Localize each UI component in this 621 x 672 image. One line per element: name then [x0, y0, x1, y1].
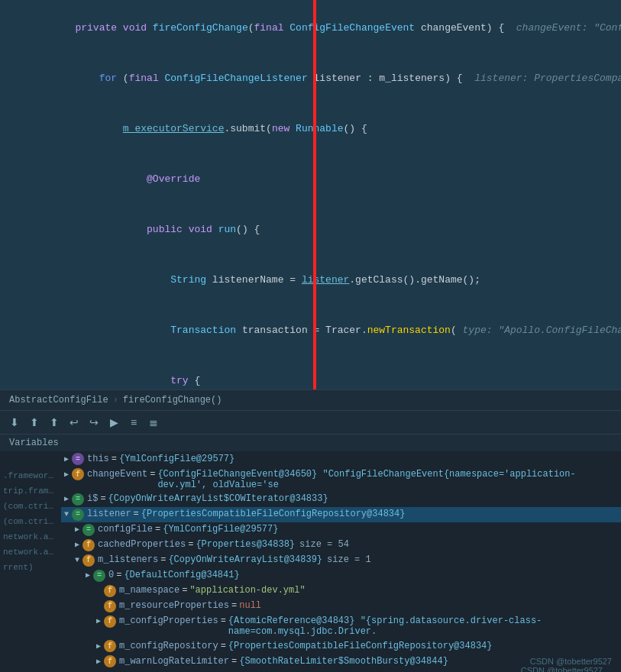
expand-icon[interactable]: ▶: [61, 470, 72, 479]
breadcrumb-class[interactable]: AbstractConfigFile: [9, 395, 108, 405]
variable-row-resourceprops[interactable]: f m_resourceProperties = null: [61, 599, 621, 614]
code-line: m_executorService.submit(new Runnable() …: [0, 104, 621, 154]
expand-icon[interactable]: ▼: [72, 556, 82, 564]
var-eq: =: [134, 509, 139, 519]
vars-left-item: trip.framew..: [0, 482, 61, 497]
vars-left-item: network.apoll..: [0, 528, 61, 543]
var-eq: =: [150, 469, 155, 480]
var-icon-obj: =: [72, 453, 84, 465]
debug-btn-up[interactable]: ⬆: [26, 414, 43, 431]
variable-row-configrepo[interactable]: ▶ f m_configRepository = {PropertiesComp…: [61, 638, 621, 654]
variable-row-0[interactable]: ▶ = 0 = {DefaultConfig@34841}: [61, 568, 621, 583]
line-content: private void fireConfigChange(final Conf…: [27, 3, 621, 53]
code-line: public void run() {: [0, 205, 621, 255]
var-icon-field: f: [82, 554, 95, 567]
expand-icon[interactable]: ▶: [61, 454, 72, 464]
expand-icon[interactable]: ▶: [72, 540, 82, 549]
var-icon-static: =: [72, 493, 84, 506]
expand-icon[interactable]: ▶: [82, 570, 93, 580]
breadcrumb-method[interactable]: fireConfigChange(): [123, 395, 222, 405]
var-name: 0: [108, 570, 114, 580]
line-content: public void run() {: [27, 205, 615, 255]
variables-content: .framework. trip.framew.. (com.ctrip.f..…: [0, 451, 621, 669]
var-eq: =: [221, 615, 226, 626]
var-value: {PropertiesCompatibleFileConfigRepositor…: [141, 509, 406, 519]
code-line: try {: [0, 356, 621, 389]
breadcrumb: AbstractConfigFile › fireConfigChange(): [0, 389, 621, 411]
var-name: m_namespace: [119, 585, 180, 596]
debug-section-title: Variables: [0, 435, 621, 451]
var-name: m_resourceProperties: [119, 600, 229, 611]
expand-icon[interactable]: ▶: [93, 616, 104, 625]
variable-row-configprops[interactable]: ▶ f m_configProperties = {AtomicReferenc…: [61, 614, 621, 639]
var-eq: =: [100, 493, 105, 504]
line-content: for (final ConfigFileChangeListener list…: [27, 53, 621, 104]
var-eq: =: [155, 524, 160, 535]
code-line: @Override: [0, 154, 621, 205]
debug-btn-resume[interactable]: ▶: [105, 414, 122, 431]
var-name: changeEvent: [87, 469, 147, 480]
var-name: listener: [87, 509, 131, 519]
var-icon-field: f: [104, 640, 116, 652]
var-eq: =: [188, 539, 193, 550]
var-icon-field: f: [82, 539, 95, 551]
var-value: {YmlConfigFile@29577}: [119, 454, 234, 464]
line-content: Transaction transaction = Tracer.newTran…: [27, 305, 621, 356]
var-icon-field: f: [72, 468, 84, 480]
var-value: {CopyOnWriteArrayList$COWIterator@34833}: [108, 493, 328, 504]
expand-icon[interactable]: ▶: [61, 494, 72, 503]
expand-icon[interactable]: ▶: [93, 641, 104, 651]
expand-icon[interactable]: ▶: [72, 525, 82, 534]
debug-btn-layout2[interactable]: ≣: [145, 414, 162, 431]
debug-btn-stepinto[interactable]: ↩: [66, 414, 82, 431]
vars-left-item: [0, 589, 61, 604]
variable-row-this[interactable]: ▶ = this = {YmlConfigFile@29577}: [61, 451, 621, 467]
code-lines: private void fireConfigChange(final Conf…: [0, 0, 621, 389]
var-eq: =: [182, 585, 187, 596]
var-eq: =: [160, 554, 166, 565]
vars-left-item: (com.ctrip.f..: [0, 497, 61, 512]
var-name: m_configProperties: [119, 615, 218, 626]
vars-left-item: [0, 635, 61, 650]
debug-btn-down[interactable]: ⬇: [6, 414, 23, 431]
vars-left-item: .framework.: [0, 467, 61, 482]
vars-left-item: [0, 604, 61, 619]
variable-row-i[interactable]: ▶ = i$ = {CopyOnWriteArrayList$COWIterat…: [61, 492, 621, 507]
vars-left-item: [0, 451, 61, 467]
var-eq: =: [221, 641, 226, 651]
vars-left-column: .framework. trip.framew.. (com.ctrip.f..…: [0, 451, 61, 669]
variable-row-cachedprops[interactable]: ▶ f cachedProperties = {Properties@34838…: [61, 538, 621, 553]
var-value: {AtomicReference@34843} "{spring.datasou…: [228, 615, 621, 637]
var-value: {PropertiesCompatibleFileConfigRepositor…: [228, 641, 493, 651]
debug-btn-stepout[interactable]: ↪: [86, 414, 102, 431]
variable-row-mlisteners[interactable]: ▼ f m_listeners = {CopyOnWriteArrayList@…: [61, 553, 621, 568]
var-name: m_configRepository: [119, 641, 218, 651]
var-icon-static: =: [72, 509, 84, 521]
breadcrumb-separator: ›: [113, 395, 118, 405]
code-line: private void fireConfigChange(final Conf…: [0, 3, 621, 53]
code-editor: private void fireConfigChange(final Conf…: [0, 0, 621, 389]
debug-btn-layout1[interactable]: ≡: [125, 414, 142, 431]
var-name: this: [87, 454, 109, 464]
variable-row-configfile[interactable]: ▶ = configFile = {YmlConfigFile@29577}: [61, 522, 621, 538]
var-icon-field: f: [104, 615, 116, 628]
var-value: {Properties@34838}: [196, 539, 295, 550]
debug-btn-up2[interactable]: ⬆: [46, 414, 63, 431]
expand-icon[interactable]: ▼: [61, 510, 72, 519]
vars-left-item: network.apol..: [0, 543, 61, 558]
variable-row-listener[interactable]: ▼ = listener = {PropertiesCompatibleFile…: [61, 507, 621, 522]
var-value: {CopyOnWriteArrayList@34839}: [168, 554, 322, 565]
var-size: size = 1: [327, 554, 371, 565]
variable-row-changeevent[interactable]: ▶ f changeEvent = {ConfigFileChangeEvent…: [61, 467, 621, 492]
var-value: {YmlConfigFile@29577}: [163, 524, 278, 535]
debug-toolbar: ⬇ ⬆ ⬆ ↩ ↪ ▶ ≡ ≣: [0, 411, 621, 435]
var-size: size = 54: [299, 539, 349, 550]
line-content: m_executorService.submit(new Runnable() …: [27, 104, 615, 154]
var-name: i$: [87, 493, 98, 504]
var-eq: =: [231, 600, 237, 611]
code-line: Transaction transaction = Tracer.newTran…: [0, 305, 621, 356]
debug-panel: ⬇ ⬆ ⬆ ↩ ↪ ▶ ≡ ≣ Variables .framework. tr…: [0, 411, 621, 672]
var-icon-static: =: [93, 570, 105, 582]
variable-row-namespace[interactable]: f m_namespace = "application-dev.yml": [61, 583, 621, 599]
var-value: null: [239, 600, 261, 611]
